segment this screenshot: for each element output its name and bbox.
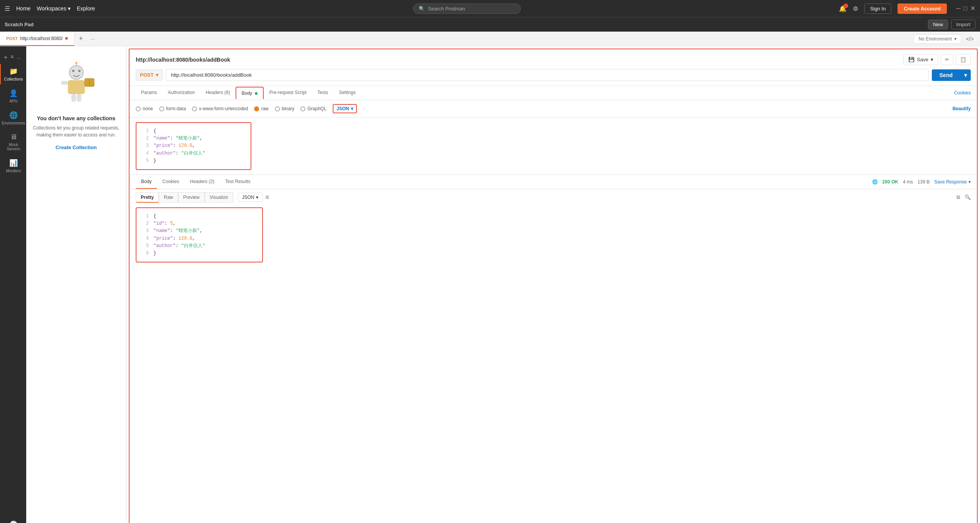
search-bar[interactable]: 🔍 Search Postman: [413, 3, 521, 14]
active-tab[interactable]: POST http://localhost:8080/: [0, 32, 74, 46]
main-layout: + ≡ ··· 📁 Collections 👤 APIs 🌐 Environme…: [0, 46, 980, 523]
environment-label: No Environment: [919, 36, 952, 42]
resp-view-raw[interactable]: Raw: [159, 192, 178, 202]
edit-icon-button[interactable]: ✏: [941, 54, 953, 65]
tab-more-button[interactable]: ···: [88, 36, 98, 42]
resp-view-pretty[interactable]: Pretty: [136, 192, 159, 203]
settings-icon[interactable]: ⚙: [853, 5, 858, 12]
code-icon[interactable]: </>: [965, 34, 975, 44]
sidebar-more-icon[interactable]: ···: [17, 55, 24, 61]
resp-tab-body[interactable]: Body: [136, 175, 157, 189]
sidebar-item-mock-servers[interactable]: 🖥 Mock Servers: [0, 130, 26, 154]
sign-in-button[interactable]: Sign In: [864, 3, 891, 14]
import-button[interactable]: Import: [951, 20, 975, 29]
copy-icon[interactable]: ⧉: [956, 194, 960, 200]
create-collection-link[interactable]: Create Collection: [56, 145, 97, 150]
method-select[interactable]: POST ▾: [136, 69, 163, 81]
json-format-dropdown[interactable]: JSON ▾: [333, 104, 357, 113]
workspaces-menu[interactable]: Workspaces ▾: [37, 5, 71, 12]
explore-link[interactable]: Explore: [77, 5, 95, 12]
send-button[interactable]: Send ▾: [932, 69, 971, 81]
option-form-data[interactable]: form-data: [159, 106, 186, 111]
tab-settings[interactable]: Settings: [333, 86, 361, 100]
resp-tab-headers[interactable]: Headers (2): [185, 175, 220, 189]
option-graphql[interactable]: GraphQL: [300, 106, 326, 111]
response-status: 🌐 200 OK 4 ms 139 B Save Response ▾: [872, 179, 971, 185]
radio-raw[interactable]: [254, 106, 259, 111]
url-input[interactable]: [166, 69, 928, 81]
response-size: 139 B: [918, 179, 929, 185]
minimize-button[interactable]: ─: [956, 5, 960, 12]
resp-view-visualize[interactable]: Visualize: [205, 192, 233, 202]
response-section: Body Cookies Headers (2) Test Results 🌐 …: [130, 175, 977, 523]
home-link[interactable]: Home: [16, 5, 30, 12]
format-chevron-icon: ▾: [256, 195, 258, 200]
resp-view-preview[interactable]: Preview: [178, 192, 205, 202]
body-options: none form-data x-www-form-urlencoded raw…: [130, 100, 977, 118]
radio-urlencoded[interactable]: [192, 106, 197, 111]
maximize-button[interactable]: □: [963, 5, 967, 12]
sidebar-item-history[interactable]: 🕐 History: [0, 517, 26, 523]
search-response-icon[interactable]: 🔍: [965, 194, 971, 200]
menu-icon[interactable]: ☰: [5, 5, 10, 12]
method-label: POST: [140, 72, 153, 78]
notes-icon-button[interactable]: 📋: [956, 54, 971, 65]
sidebar-filter-icon[interactable]: ≡: [10, 54, 13, 60]
cookies-link[interactable]: Cookies: [954, 90, 971, 96]
resp-tab-cookies[interactable]: Cookies: [157, 175, 184, 189]
environment-selector[interactable]: No Environment ▾: [914, 34, 961, 44]
svg-point-2: [78, 70, 81, 72]
tab-headers[interactable]: Headers (8): [200, 86, 235, 100]
tab-body[interactable]: Body: [236, 87, 264, 99]
method-chevron-icon: ▾: [156, 72, 158, 78]
sidebar-item-apis[interactable]: 👤 APIs: [0, 86, 26, 106]
tab-bar: POST http://localhost:8080/ + ··· No Env…: [0, 32, 980, 46]
send-dropdown-arrow[interactable]: ▾: [960, 72, 971, 78]
option-urlencoded[interactable]: x-www-form-urlencoded: [192, 106, 248, 111]
code-line-5: 5 }: [143, 157, 244, 165]
notifications-icon[interactable]: 🔔: [839, 5, 847, 12]
save-response-button[interactable]: Save Response ▾: [934, 179, 971, 185]
resp-line-1: 1 {: [143, 213, 256, 220]
radio-binary[interactable]: [275, 106, 280, 111]
tab-pre-request[interactable]: Pre-request Script: [264, 86, 312, 100]
sidebar-item-monitors[interactable]: 📊 Monitors: [0, 156, 26, 176]
add-tab-button[interactable]: +: [74, 35, 88, 43]
radio-graphql[interactable]: [300, 106, 305, 111]
tab-authorization[interactable]: Authorization: [162, 86, 200, 100]
create-account-button[interactable]: Create Account: [897, 3, 947, 14]
response-tab-bar: Body Cookies Headers (2) Test Results 🌐 …: [130, 175, 977, 189]
close-button[interactable]: ✕: [970, 5, 975, 12]
response-format-dropdown[interactable]: JSON ▾: [238, 193, 263, 202]
option-raw[interactable]: raw: [254, 106, 268, 111]
beautify-button[interactable]: Beautify: [953, 106, 971, 111]
tab-tests[interactable]: Tests: [312, 86, 333, 100]
notification-badge: [844, 3, 848, 8]
resp-line-6: 6 }: [143, 250, 256, 257]
monitors-label: Monitors: [6, 169, 21, 173]
scratch-pad-label: Scratch Pad: [5, 22, 34, 27]
sidebar-item-collections[interactable]: 📁 Collections: [0, 64, 26, 84]
response-body-editor: 1 { 2 "id": 5, 3 "name": "蜡笔小新", 4 "pric…: [136, 207, 263, 262]
option-binary[interactable]: binary: [275, 106, 295, 111]
radio-form-data[interactable]: [159, 106, 164, 111]
sidebar-controls: + ≡ ···: [0, 49, 26, 62]
request-container: http://localhost:8080/books/addBook 💾 Sa…: [129, 49, 978, 523]
sidebar-add-icon[interactable]: +: [4, 54, 7, 61]
request-tabs: Params Authorization Headers (8) Body Pr…: [130, 86, 977, 100]
save-button[interactable]: 💾 Save ▾: [903, 54, 938, 65]
new-button[interactable]: New: [928, 20, 948, 29]
tab-method: POST: [6, 36, 18, 41]
request-body-editor[interactable]: 1 { 2 "name": "蜡笔小新", 3 "price": 129.0, …: [136, 122, 251, 170]
filter-icon[interactable]: ≡: [266, 194, 269, 201]
sidebar-item-environments[interactable]: 🌐 Environments: [0, 108, 26, 128]
response-format: JSON ▾: [238, 193, 263, 202]
top-navigation: ☰ Home Workspaces ▾ Explore 🔍 Search Pos…: [0, 0, 980, 17]
tab-params[interactable]: Params: [136, 86, 162, 100]
resp-tab-test-results[interactable]: Test Results: [220, 175, 256, 189]
send-label: Send: [932, 72, 960, 78]
mock-servers-icon: 🖥: [10, 133, 17, 141]
globe-icon: 🌐: [872, 179, 878, 185]
radio-none[interactable]: [136, 106, 141, 111]
option-none[interactable]: none: [136, 106, 153, 111]
